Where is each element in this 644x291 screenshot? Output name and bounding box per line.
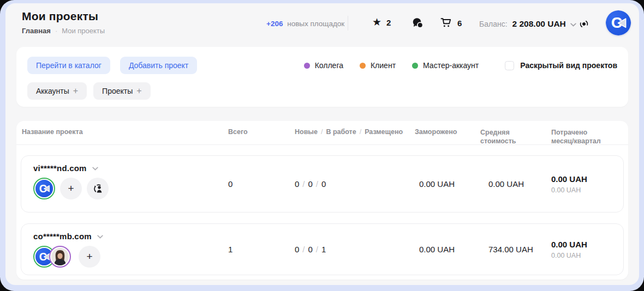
cell-avg-cost: 0.00 UAH (480, 156, 551, 212)
cell-avg-cost: 734.00 UAH (480, 224, 551, 275)
legend-item-client: Клиент (360, 61, 396, 70)
header-project-name: Название проекта (22, 128, 228, 136)
cell-frozen: 0.00 UAH (415, 156, 480, 212)
balance-dropdown[interactable]: Баланс: 2 208.00 UAH (479, 19, 576, 29)
projects-table: Название проекта Всего Новые/В работе/Ра… (16, 121, 628, 280)
header-status-triple: Новые/В работе/Размещено (295, 128, 415, 136)
add-member-button[interactable]: + (79, 246, 100, 268)
notifications-button[interactable] (577, 17, 591, 31)
cart-icon (440, 17, 452, 28)
chevron-down-icon (570, 23, 576, 27)
new-sites-count: +206 (266, 20, 283, 28)
projects-filter-button[interactable]: Проекты + (93, 82, 151, 100)
project-name: vi*****nd.com (33, 163, 87, 173)
header-total: Всего (228, 128, 295, 136)
chat-button[interactable] (412, 17, 424, 29)
new-sites-link[interactable]: +206 новых площадок (266, 20, 344, 28)
header-avg-cost: Средняя стоимость (480, 128, 551, 146)
chat-icon (412, 17, 424, 29)
accounts-filter-label: Аккаунты (36, 87, 69, 95)
toolbar-panel: Перейти в каталог Добавить проект Коллег… (16, 47, 628, 107)
go-to-catalog-button[interactable]: Перейти в каталог (27, 57, 110, 74)
slash-separator: / (360, 128, 361, 136)
favorites-button[interactable]: ★ 2 (372, 17, 391, 28)
breadcrumb-separator: · (55, 27, 57, 35)
master-account-dot-icon (412, 63, 418, 69)
projects-filter-label: Проекты (102, 87, 133, 95)
switch-user-icon (92, 183, 104, 195)
project-row: co*****mb.com (21, 223, 624, 275)
cell-spent: 0.00 UAH 0.00 UAH (551, 224, 623, 275)
expanded-view-checkbox[interactable] (505, 61, 514, 70)
header-spent-line2: месяц/квартал (551, 137, 623, 146)
legend-label: Коллега (315, 61, 343, 70)
bell-icon (577, 17, 591, 31)
cell-new: 0 (295, 245, 299, 254)
master-account-avatar[interactable] (33, 178, 55, 199)
transfer-user-button[interactable] (87, 178, 109, 199)
header-new: Новые (295, 128, 318, 136)
slash-separator: / (316, 245, 318, 254)
profile-avatar[interactable] (606, 10, 631, 35)
slash-separator: / (321, 128, 323, 136)
breadcrumb: Главная · Мои проекты (22, 27, 105, 35)
header-in-progress: В работе (326, 128, 356, 136)
cell-spent: 0.00 UAH 0.00 UAH (551, 156, 623, 212)
cell-new: 0 (295, 179, 299, 189)
spent-month: 0.00 UAH (551, 174, 623, 184)
favorites-count: 2 (386, 18, 391, 27)
window-frame: Мои проекты Главная · Мои проекты +206 н… (0, 0, 644, 291)
cell-total: 1 (228, 224, 295, 275)
header-avg-cost-line2: стоимость (480, 137, 551, 146)
legend-item-master-account: Мастер-аккаунт (412, 61, 479, 70)
spent-quarter: 0.00 UAH (551, 186, 623, 194)
accounts-filter-button[interactable]: Аккаунты + (27, 82, 87, 100)
balance-label: Баланс: (479, 20, 508, 28)
app-surface: Мои проекты Главная · Мои проекты +206 н… (5, 3, 639, 285)
breadcrumb-home-link[interactable]: Главная (22, 27, 51, 35)
cell-in-progress: 0 (308, 179, 313, 189)
cart-count: 6 (457, 19, 462, 28)
page-title: Мои проекты (22, 10, 105, 23)
add-project-button[interactable]: Добавить проект (120, 57, 197, 74)
expanded-view-label: Раскрытый вид проектов (520, 61, 617, 70)
legend-label: Клиент (371, 61, 396, 70)
cell-placed: 1 (321, 245, 326, 254)
slash-separator: / (302, 179, 305, 189)
header-spent-line1: Потрачено (551, 128, 623, 137)
plus-icon: + (73, 86, 78, 96)
table-header: Название проекта Всего Новые/В работе/Ра… (16, 121, 628, 145)
legend-label: Мастер-аккаунт (423, 61, 479, 70)
plus-icon: + (136, 86, 141, 96)
header-spent: Потрачено месяц/квартал (551, 128, 623, 146)
collaborator-logo-icon (606, 10, 631, 35)
cell-total: 0 (228, 156, 295, 212)
header-placed: Размещено (365, 128, 403, 136)
topbar-divider (348, 16, 348, 31)
legend-item-colleague: Коллега (304, 61, 343, 70)
expanded-view-toggle[interactable]: Раскрытый вид проектов (505, 61, 617, 70)
new-sites-label: новых площадок (287, 20, 344, 28)
cell-frozen: 0.00 UAH (415, 224, 480, 275)
topbar: Мои проекты Главная · Мои проекты +206 н… (5, 3, 639, 44)
project-expand-chevron-icon[interactable] (97, 235, 103, 239)
breadcrumb-current: Мои проекты (62, 27, 105, 35)
colleague-dot-icon (304, 63, 310, 69)
cart-button[interactable]: 6 (440, 17, 462, 28)
title-block: Мои проекты Главная · Мои проекты (22, 10, 105, 35)
balance-value: 2 208.00 UAH (512, 19, 566, 29)
spent-quarter: 0.00 UAH (551, 252, 623, 259)
header-avg-cost-line1: Средняя (480, 128, 551, 137)
project-expand-chevron-icon[interactable] (92, 167, 98, 171)
header-frozen: Заморожено (415, 128, 480, 136)
cell-status-triple: 0/0/1 (295, 224, 415, 275)
cell-in-progress: 0 (308, 245, 313, 254)
spent-month: 0.00 UAH (551, 240, 623, 249)
slash-separator: / (302, 245, 305, 254)
account-type-legend: Коллега Клиент Мастер-аккаунт Раскрытый … (288, 61, 617, 70)
add-member-button[interactable]: + (60, 178, 82, 199)
client-dot-icon (360, 63, 366, 69)
project-name: co*****mb.com (33, 232, 92, 241)
colleague-avatar[interactable] (49, 246, 71, 268)
project-row: vi*****nd.com + (21, 155, 624, 213)
